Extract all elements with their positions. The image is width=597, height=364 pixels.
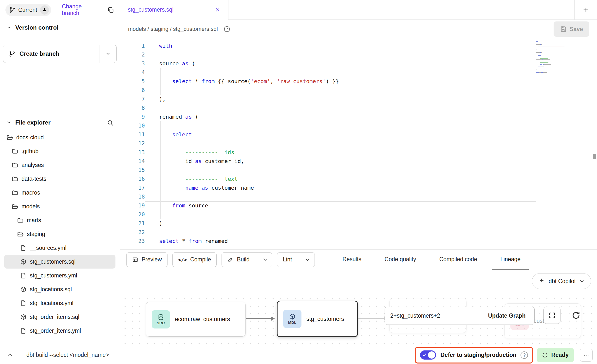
search-icon[interactable]: [107, 119, 113, 126]
tree-item-stg_customers.yml[interactable]: stg_customers.yml: [4, 269, 115, 282]
code-line-2[interactable]: 2: [120, 50, 536, 59]
scrollbar-thumb[interactable]: [593, 154, 596, 159]
code-line-20[interactable]: 20: [120, 210, 536, 219]
code-line-13[interactable]: 13 ---------- ids: [120, 148, 536, 157]
tree-item-label: macros: [21, 189, 40, 196]
line-number: 21: [120, 219, 145, 228]
file-explorer-header[interactable]: File explorer: [0, 115, 120, 130]
defer-toggle[interactable]: [420, 350, 436, 360]
lineage-node-ecom.raw_customers[interactable]: SRCecom.raw_customers: [146, 302, 246, 337]
lineage-node-stg_customers[interactable]: MDLstg_customers: [277, 301, 358, 337]
tree-item-docs-cloud[interactable]: docs-cloud: [4, 130, 115, 144]
code-line-1[interactable]: 1with: [120, 41, 536, 50]
code-line-16[interactable]: 16 ---------- text: [120, 175, 536, 183]
code-line-19[interactable]: 19 from source: [120, 201, 536, 210]
version-control-header[interactable]: Version control: [0, 20, 120, 36]
graph-controls: Update Graph: [385, 307, 584, 325]
fullscreen-button[interactable]: [543, 307, 560, 324]
compile-button[interactable]: </> Compile: [172, 252, 217, 267]
tree-item-stg_order_items.yml[interactable]: stg_order_items.yml: [4, 324, 115, 338]
build-caret[interactable]: [258, 253, 272, 267]
line-number: 18: [120, 192, 145, 201]
code-line-11[interactable]: 11 select: [120, 130, 536, 139]
tree-item-stg_order_items.sql[interactable]: stg_order_items.sql: [4, 310, 115, 324]
tree-item-analyses[interactable]: analyses: [4, 158, 115, 172]
code-line-18[interactable]: 18: [120, 192, 536, 201]
tree-item-macros[interactable]: macros: [4, 186, 115, 200]
current-branch-pill[interactable]: Current: [5, 4, 51, 16]
update-graph-button[interactable]: Update Graph: [479, 307, 535, 325]
code-line-14[interactable]: 14 id as customer_id,: [120, 157, 536, 166]
panel-tab-code-quality[interactable]: Code quality: [376, 250, 424, 270]
tab-stg-customers-sql[interactable]: stg_customers.sql: [120, 0, 228, 19]
line-number: 7: [120, 95, 145, 104]
tree-item-models[interactable]: models: [4, 200, 115, 213]
build-main[interactable]: Build: [222, 253, 255, 267]
close-icon[interactable]: [215, 7, 220, 13]
code-line-5[interactable]: 5 select * from {{ source('ecom', 'raw_c…: [120, 77, 536, 86]
minimap-line: [536, 67, 568, 67]
code-line-15[interactable]: 15: [120, 166, 536, 175]
dbt-copilot-button[interactable]: dbt Copilot: [532, 273, 591, 289]
code-editor[interactable]: 1with23source as (45 select * from {{ so…: [120, 38, 597, 249]
code-line-10[interactable]: 10: [120, 121, 536, 130]
minimap-line: [536, 70, 568, 70]
code-text: id as customer_id,: [145, 157, 536, 166]
line-number: 4: [120, 68, 145, 77]
code-line-3[interactable]: 3source as (: [120, 59, 536, 68]
tree-item-label: staging: [27, 231, 45, 237]
code-line-22[interactable]: 22: [120, 228, 536, 237]
help-icon[interactable]: ?: [521, 351, 528, 359]
panel-tab-lineage[interactable]: Lineage: [492, 250, 529, 270]
panel-tab-compiled-code[interactable]: Compiled code: [431, 250, 485, 270]
code-line-6[interactable]: 6: [120, 86, 536, 95]
create-branch-caret[interactable]: [99, 45, 116, 63]
change-branch-link[interactable]: Change branch: [62, 3, 96, 17]
create-branch-main[interactable]: Create branch: [3, 45, 99, 63]
defer-label: Defer to staging/production: [440, 352, 516, 358]
lineage-search-input[interactable]: [385, 307, 479, 325]
tree-item-staging[interactable]: staging: [4, 227, 115, 241]
lint-main[interactable]: Lint: [277, 253, 297, 267]
tree-item-data-tests[interactable]: data-tests: [4, 172, 115, 186]
defer-annotation-box: Defer to staging/production ?: [415, 347, 533, 364]
copilot-row: dbt Copilot: [120, 270, 597, 293]
copy-icon[interactable]: [107, 6, 114, 14]
tree-item-.github[interactable]: .github: [4, 144, 115, 158]
minimap[interactable]: [536, 41, 568, 74]
save-button[interactable]: Save: [554, 21, 589, 37]
tree-item-label: stg_customers.sql: [30, 258, 75, 265]
line-number: 20: [120, 210, 145, 219]
panel-tab-results[interactable]: Results: [334, 250, 370, 270]
compile-status-icon[interactable]: [223, 25, 231, 33]
status-bar: dbt build --select <model_name> Defer to…: [0, 346, 597, 364]
lint-label: Lint: [283, 256, 292, 263]
code-line-12[interactable]: 12: [120, 139, 536, 148]
tree-item-stg_locations.sql[interactable]: stg_locations.sql: [4, 282, 115, 296]
tree-item-label: stg_order_items.yml: [30, 328, 81, 334]
code-line-7[interactable]: 7),: [120, 95, 536, 104]
code-line-9[interactable]: 9renamed as (: [120, 112, 536, 121]
code-line-8[interactable]: 8: [120, 104, 536, 112]
preview-button[interactable]: Preview: [126, 252, 168, 267]
line-number: 13: [120, 148, 145, 157]
lint-caret[interactable]: [301, 253, 315, 267]
minimap-line: [536, 59, 568, 60]
sidebar: Current Change branch Version control: [0, 0, 120, 346]
tree-item-stg_customers.sql[interactable]: stg_customers.sql: [4, 255, 115, 269]
copilot-label: dbt Copilot: [549, 278, 576, 285]
lineage-canvas[interactable]: Update Graph SRCecom.raw_customersMDLstg…: [120, 293, 597, 346]
new-tab-button[interactable]: [574, 0, 597, 19]
code-line-23[interactable]: 23select * from renamed: [120, 237, 536, 246]
tree-item-__sources.yml[interactable]: __sources.yml: [4, 241, 115, 255]
git-branch-icon: [9, 7, 16, 13]
breadcrumb-row: models / staging / stg_customers.sql Sav…: [120, 20, 597, 38]
more-options-button[interactable]: [580, 349, 593, 362]
tree-item-marts[interactable]: marts: [4, 213, 115, 227]
tree-item-stg_locations.yml[interactable]: stg_locations.yml: [4, 296, 115, 310]
code-line-17[interactable]: 17 name as customer_name: [120, 183, 536, 192]
refresh-button[interactable]: [567, 307, 584, 324]
chevron-up-icon[interactable]: [7, 352, 14, 359]
code-line-21[interactable]: 21): [120, 219, 536, 228]
code-line-4[interactable]: 4: [120, 68, 536, 77]
